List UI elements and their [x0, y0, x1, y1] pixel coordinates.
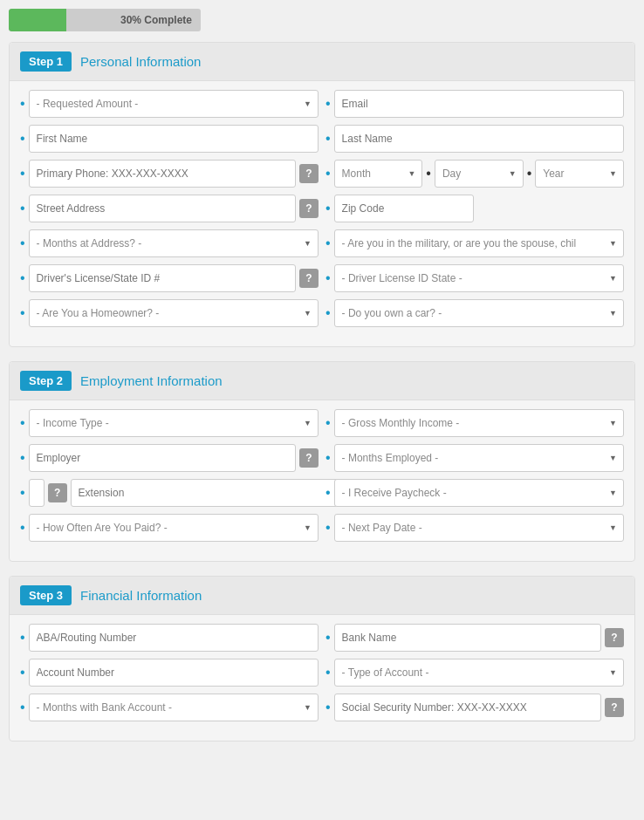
- year-wrapper: Year: [535, 160, 624, 188]
- extension-input[interactable]: [71, 479, 369, 507]
- account-number-input[interactable]: [29, 659, 319, 687]
- required-dot: •: [20, 131, 25, 147]
- day-select[interactable]: Day: [435, 160, 524, 188]
- required-dot: •: [325, 236, 331, 251]
- months-address-wrapper: - Months at Address? -: [29, 229, 319, 257]
- own-car-select[interactable]: - Do you own a car? -: [334, 299, 624, 327]
- step1-body: • - Requested Amount - • • •: [10, 81, 634, 346]
- required-dot: •: [325, 485, 331, 501]
- phone-help-icon[interactable]: ?: [299, 164, 319, 183]
- ssn-input-group: ?: [334, 694, 624, 721]
- employer-phone-help-icon[interactable]: ?: [48, 483, 67, 502]
- employer-input[interactable]: [29, 444, 296, 472]
- year-select[interactable]: Year: [535, 160, 624, 188]
- requested-amount-select[interactable]: - Requested Amount -: [29, 90, 319, 118]
- row-phone-dob: • ? • Month • Day: [20, 160, 624, 188]
- required-dot: •: [325, 665, 331, 680]
- row-how-often-next-pay: • - How Often Are You Paid? - • - Next P…: [20, 514, 624, 542]
- account-type-select[interactable]: - Type of Account -: [334, 659, 624, 687]
- required-dot: •: [20, 450, 25, 466]
- row-aba-bank: • • ?: [20, 624, 624, 652]
- row-employer-months: • ? • - Months Employed -: [20, 444, 624, 472]
- months-employed-wrapper: - Months Employed -: [334, 444, 624, 472]
- step3-body: • • ? • • - Type of Account -: [10, 615, 634, 741]
- bank-name-input[interactable]: [334, 624, 601, 652]
- employer-input-group: ?: [29, 444, 319, 472]
- how-often-wrapper: - How Often Are You Paid? -: [29, 514, 319, 542]
- ssn-input[interactable]: [334, 694, 601, 721]
- street-help-icon[interactable]: ?: [299, 199, 319, 218]
- required-dot: •: [325, 270, 331, 286]
- step3-header: Step 3 Financial Information: [10, 577, 634, 615]
- row-homeowner-car: • - Are You a Homeowner? - • - Do you ow…: [20, 299, 624, 327]
- col-street: • ?: [20, 195, 319, 222]
- row-phone-ext-paycheck: • ? • - I Receive Paycheck -: [20, 479, 624, 507]
- required-dot: •: [20, 166, 25, 181]
- gross-monthly-wrapper: - Gross Monthly Income -: [334, 409, 624, 437]
- month-select[interactable]: Month: [334, 160, 423, 188]
- first-name-input[interactable]: [29, 125, 319, 153]
- months-employed-select[interactable]: - Months Employed -: [334, 444, 624, 472]
- income-type-wrapper: - Income Type -: [29, 409, 319, 437]
- account-type-wrapper: - Type of Account -: [334, 659, 624, 687]
- license-state-select[interactable]: - Driver License ID State -: [334, 264, 624, 292]
- step1-badge: Step 1: [20, 51, 72, 72]
- gross-monthly-select[interactable]: - Gross Monthly Income -: [334, 409, 624, 437]
- step3-section: Step 3 Financial Information • • ? •: [9, 576, 635, 741]
- required-dot: •: [20, 630, 25, 646]
- license-help-icon[interactable]: ?: [299, 269, 319, 288]
- phone-input[interactable]: [29, 160, 296, 188]
- license-input[interactable]: [29, 264, 296, 292]
- dob-date-row: Month • Day • Year: [334, 160, 624, 188]
- col-ssn: • ?: [325, 694, 624, 721]
- employer-phone-input[interactable]: [29, 479, 45, 507]
- row-name: • •: [20, 125, 624, 153]
- month-wrapper: Month: [334, 160, 423, 188]
- next-pay-wrapper: - Next Pay Date -: [334, 514, 624, 542]
- aba-routing-input[interactable]: [29, 624, 319, 652]
- col-months-employed: • - Months Employed -: [325, 444, 624, 472]
- employer-help-icon[interactable]: ?: [299, 448, 319, 468]
- months-bank-select[interactable]: - Months with Bank Account -: [29, 694, 319, 721]
- col-employer: • ?: [20, 444, 319, 472]
- col-license-state: • - Driver License ID State -: [325, 264, 624, 292]
- col-last-name: •: [325, 125, 624, 153]
- months-address-select[interactable]: - Months at Address? -: [29, 229, 319, 257]
- row-requested-email: • - Requested Amount - •: [20, 90, 624, 118]
- col-how-often: • - How Often Are You Paid? -: [20, 514, 319, 542]
- col-requested-amount: • - Requested Amount -: [20, 90, 319, 118]
- required-dot: •: [325, 131, 331, 147]
- row-license: • ? • - Driver License ID State -: [20, 264, 624, 292]
- step1-title: Personal Information: [80, 54, 201, 69]
- bank-name-group: ?: [334, 624, 624, 652]
- required-dot: •: [325, 450, 331, 466]
- required-dot: •: [20, 270, 25, 286]
- col-license-num: • ?: [20, 264, 319, 292]
- zip-input[interactable]: [334, 195, 474, 222]
- next-pay-select[interactable]: - Next Pay Date -: [334, 514, 624, 542]
- email-input[interactable]: [334, 90, 624, 118]
- step1-header: Step 1 Personal Information: [10, 43, 634, 81]
- col-account-number: •: [20, 659, 319, 687]
- required-dot: •: [20, 520, 25, 536]
- license-state-wrapper: - Driver License ID State -: [334, 264, 624, 292]
- last-name-input[interactable]: [334, 125, 624, 153]
- paycheck-select[interactable]: - I Receive Paycheck -: [334, 479, 624, 507]
- col-employer-phone: • ?: [20, 479, 319, 507]
- col-account-type: • - Type of Account -: [325, 659, 624, 687]
- street-input[interactable]: [29, 195, 296, 222]
- col-first-name: •: [20, 125, 319, 153]
- how-often-select[interactable]: - How Often Are You Paid? -: [29, 514, 319, 542]
- military-select[interactable]: - Are you in the military, or are you th…: [334, 229, 624, 257]
- ssn-help-icon[interactable]: ?: [605, 698, 624, 717]
- homeowner-select[interactable]: - Are You a Homeowner? -: [29, 299, 319, 327]
- required-dot: •: [325, 201, 331, 216]
- step2-section: Step 2 Employment Information • - Income…: [9, 361, 635, 562]
- date-separator-2: •: [527, 166, 532, 181]
- bank-name-help-icon[interactable]: ?: [605, 628, 624, 647]
- paycheck-wrapper: - I Receive Paycheck -: [334, 479, 624, 507]
- required-dot: •: [325, 415, 331, 431]
- requested-amount-wrapper: - Requested Amount -: [29, 90, 319, 118]
- col-zip: •: [325, 195, 624, 222]
- income-type-select[interactable]: - Income Type -: [29, 409, 319, 437]
